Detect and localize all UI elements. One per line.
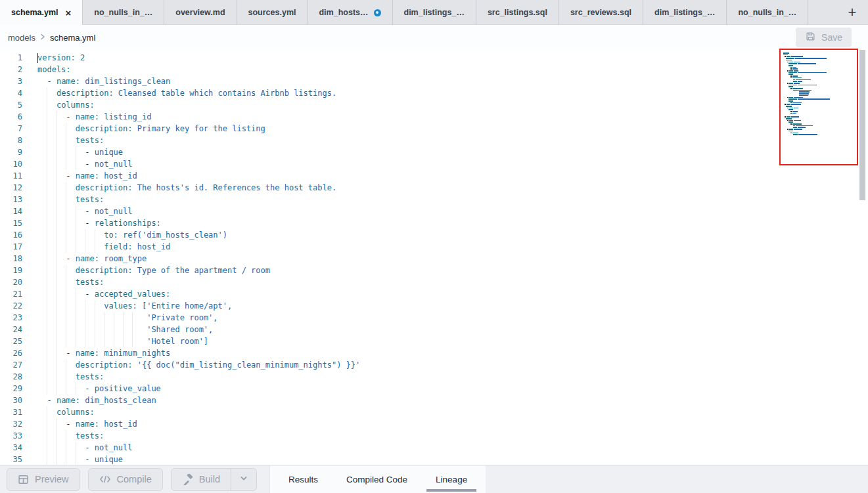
code-text: - name: dim_listings_clean [37,77,170,86]
code-line[interactable]: 13 tests: [0,194,868,205]
code-line[interactable]: 24 'Shared room', [0,324,868,335]
minimap-token [788,74,792,75]
code-line[interactable]: 34 - not_null [0,442,868,454]
dbt-ide-window: schema.yml×no_nulls_in_…overview.mdsourc… [0,0,868,493]
code-line[interactable]: 21 - accepted_values: [0,288,868,300]
indent-guide [47,99,47,111]
code-line[interactable]: 3 - name: dim_listings_clean [0,75,868,87]
indent-guide [47,217,47,229]
indent-guide [66,135,66,146]
indent-guide [85,324,85,335]
line-number: 4 [0,87,22,99]
indent-guide [57,371,57,383]
code-line[interactable]: 19 description: Type of the apartment / … [0,265,868,276]
code-line[interactable]: 6 - name: listing_id [0,111,868,123]
tab-label: dim_listings_… [654,8,715,17]
minimap[interactable] [779,49,858,165]
code-line[interactable]: 32 - name: host_id [0,418,868,430]
minimap-token [786,106,791,107]
code-line[interactable]: 4 description: Cleansed table which cont… [0,87,868,99]
compile-button[interactable]: Compile [88,468,163,491]
button-label: Preview [35,474,69,484]
close-tab-icon[interactable]: × [66,8,72,18]
code-line[interactable]: 8 tests: [0,135,868,146]
code-line[interactable]: 7 description: Primary key for the listi… [0,123,868,135]
code-line[interactable]: 1version: 2 [0,52,868,64]
code-line[interactable]: 23 'Private room', [0,312,868,324]
minimap-line [787,70,799,72]
tab-dim-hosts[interactable]: dim_hosts… [308,0,392,25]
code-line[interactable]: 20 tests: [0,276,868,288]
code-token: unique [95,148,123,157]
code-token [37,337,147,346]
minimap-token [798,63,816,64]
code-line[interactable]: 15 - relationships: [0,217,868,229]
code-text: version: 2 [37,53,85,62]
save-button[interactable]: Save [796,28,852,47]
build-button[interactable]: Build [171,469,231,490]
code-line[interactable]: 22 values: ['Entire home/apt', [0,300,868,312]
code-line[interactable]: 17 field: host_id [0,241,868,253]
code-line[interactable]: 27 description: '{{ doc("dim_listing_cle… [0,359,868,371]
breadcrumb-folder[interactable]: models [8,33,35,43]
minimap-line [788,85,817,86]
code-line[interactable]: 25 'Hotel room'] [0,335,868,347]
code-editor[interactable]: 1version: 22models:3 - name: dim_listing… [0,50,868,465]
code-line[interactable]: 30 - name: dim_hosts_clean [0,395,868,406]
code-line[interactable]: 16 to: ref('dim_hosts_clean') [0,229,868,241]
code-line[interactable]: 5 columns: [0,99,868,111]
tab-src-reviews-sql[interactable]: src_reviews.sql [559,0,643,25]
code-line[interactable]: 28 tests: [0,371,868,383]
code-token: unique [95,455,123,464]
minimap-token [793,134,798,135]
minimap-line [788,86,793,87]
code-token: tests: [76,136,104,145]
editor-scrollbar[interactable] [859,50,865,200]
code-token: models: [37,65,71,74]
tab-overview-md[interactable]: overview.md [164,0,237,25]
code-line[interactable]: 33 tests: [0,430,868,442]
code-line[interactable]: 10 - not_null [0,158,868,170]
tab-sources-yml[interactable]: sources.yml [237,0,308,25]
code-text: - not_null [37,207,133,216]
code-text: description: Cleansed table which contai… [37,89,336,98]
panel-tab-compiled-code[interactable]: Compiled Code [346,465,407,493]
minimap-token [794,129,803,130]
tab-schema-yml[interactable]: schema.yml× [0,0,83,25]
minimap-token [783,53,789,54]
build-dropdown-button[interactable] [231,469,256,490]
code-text: field: host_id [37,242,170,251]
code-line[interactable]: 14 - not_null [0,205,868,217]
code-token [37,219,85,228]
tab-no-nulls-in[interactable]: no_nulls_in_… [83,0,164,25]
code-line[interactable]: 11 - name: host_id [0,170,868,182]
indent-guide [47,371,47,383]
minimap-line [788,131,793,132]
panel-tab-label: Compiled Code [346,475,407,484]
minimap-token [795,58,827,59]
preview-button[interactable]: Preview [7,468,80,491]
minimap-line [793,125,813,127]
code-token: - [47,396,56,405]
code-line[interactable]: 26 - name: minimum_nights [0,347,868,359]
code-line[interactable]: 18 - name: room_type [0,253,868,265]
indent-guide [47,442,47,454]
code-line[interactable]: 9 - unique [0,146,868,158]
panel-tab-results[interactable]: Results [288,465,318,493]
code-line[interactable]: 2models: [0,64,868,75]
minimap-token [787,83,788,84]
code-line[interactable]: 35 - unique [0,454,868,465]
code-text: values: ['Entire home/apt', [37,301,232,311]
tab-dim-listings[interactable]: dim_listings_… [393,0,476,25]
tab-src-listings-sql[interactable]: src_listings.sql [476,0,559,25]
code-token [37,171,66,181]
new-tab-button[interactable]: + [836,0,868,25]
code-line[interactable]: 12 description: The hosts's id. Referenc… [0,182,868,194]
code-line[interactable]: 31 columns: [0,406,868,418]
minimap-line [786,118,792,119]
code-line[interactable]: 29 - positive_value [0,383,868,395]
tab-no-nulls-in[interactable]: no_nulls_in_… [727,0,808,25]
panel-tab-lineage[interactable]: Lineage [436,465,467,493]
indent-guide [57,276,57,288]
tab-dim-listings[interactable]: dim_listings_… [643,0,727,25]
